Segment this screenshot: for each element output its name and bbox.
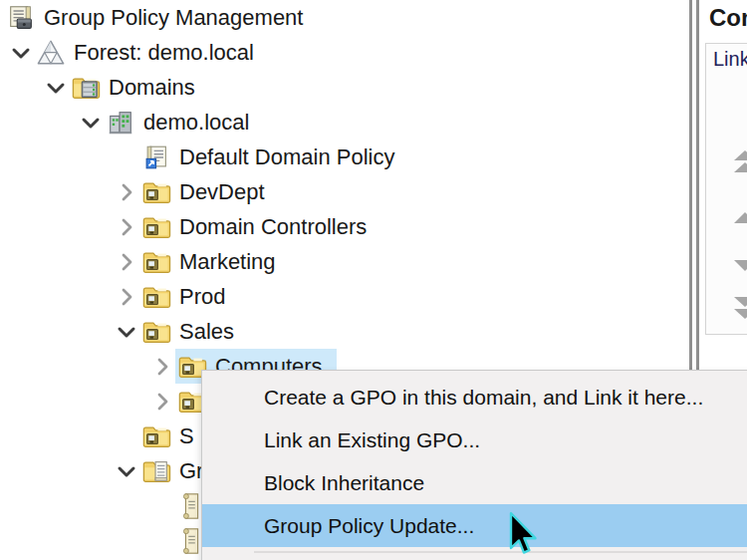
context-menu: Create a GPO in this domain, and Link it… — [201, 370, 747, 560]
chevron-down-icon[interactable] — [114, 453, 139, 488]
gpmc-window: Group Policy Management Forest: demo.loc… — [0, 0, 747, 560]
tree-item-label: Marketing — [171, 249, 276, 275]
chevron-down-icon[interactable] — [43, 70, 69, 105]
tree-item-label: demo.local — [135, 110, 249, 136]
tree-item-marketing[interactable]: Marketing — [0, 244, 689, 279]
tree-item-devdept[interactable]: DevDept — [0, 174, 689, 209]
move-to-top-button[interactable] — [733, 149, 747, 175]
tree-item-label: Default Domain Policy — [171, 144, 394, 170]
tree-item-default-domain-policy[interactable]: Default Domain Policy — [0, 140, 689, 174]
tab-linked-group-policy-objects[interactable]: Linked Group Policy Objects — [713, 48, 747, 71]
linked-gpo-tab-panel — [705, 43, 747, 335]
chevron-right-icon[interactable] — [114, 209, 139, 244]
move-to-bottom-button[interactable] — [733, 295, 747, 321]
chevron-down-icon[interactable] — [78, 105, 104, 140]
panel-title: Computers — [709, 4, 747, 32]
chevron-right-icon[interactable] — [149, 349, 175, 384]
chevron-placeholder — [149, 488, 175, 523]
ou-folder-icon — [141, 212, 171, 242]
chevron-down-icon[interactable] — [8, 35, 34, 70]
move-up-button[interactable] — [733, 210, 747, 225]
chevron-placeholder — [149, 523, 175, 558]
tree-item-demo-local[interactable]: demo.local — [0, 105, 689, 140]
tree-item-label: S — [171, 423, 194, 449]
tree-item-prod[interactable]: Prod — [0, 279, 689, 314]
chevron-placeholder — [114, 419, 139, 453]
chevron-down-icon[interactable] — [114, 314, 139, 349]
tree-item-label: Domain Controllers — [171, 214, 367, 240]
ou-folder-icon — [141, 177, 171, 207]
tree-item-group-policy-management[interactable]: Group Policy Management — [0, 0, 689, 35]
gpo-link-icon — [141, 142, 171, 172]
tree-item-label: Forest: demo.local — [66, 40, 254, 66]
chevron-right-icon[interactable] — [149, 384, 175, 419]
tree-item-forest[interactable]: Forest: demo.local — [0, 35, 689, 70]
menu-item-group-policy-update[interactable]: Group Policy Update... — [202, 504, 747, 547]
menu-item-block-inheritance[interactable]: Block Inheritance — [202, 461, 747, 504]
tree-item-label: Group Policy Management — [36, 5, 303, 31]
chevron-right-icon[interactable] — [114, 174, 139, 209]
ou-folder-icon — [141, 317, 171, 347]
tree-item-domains[interactable]: Domains — [0, 70, 689, 105]
chevron-placeholder — [114, 140, 139, 174]
chevron-right-icon[interactable] — [114, 244, 139, 279]
domains-folder-icon — [71, 73, 101, 103]
ou-folder-icon — [141, 282, 171, 312]
domain-icon — [106, 108, 135, 138]
ou-folder-icon — [141, 421, 171, 451]
move-down-button[interactable] — [733, 258, 747, 273]
gpo-container-icon — [141, 456, 171, 486]
tree-item-sales[interactable]: Sales — [0, 314, 689, 349]
mouse-cursor-icon — [508, 511, 540, 559]
menu-item-create-gpo-and-link[interactable]: Create a GPO in this domain, and Link it… — [202, 376, 747, 419]
tree-item-domain-controllers[interactable]: Domain Controllers — [0, 209, 689, 244]
tree-item-label: Domains — [101, 75, 195, 101]
tree-item-label: Sales — [171, 319, 234, 345]
tree-item-label: DevDept — [171, 179, 265, 205]
gpmc-console-icon — [6, 3, 36, 33]
menu-item-link-existing-gpo[interactable]: Link an Existing GPO... — [202, 419, 747, 461]
menu-separator — [254, 551, 747, 553]
forest-icon — [36, 38, 66, 68]
chevron-right-icon[interactable] — [114, 279, 139, 314]
ou-folder-icon — [141, 247, 171, 277]
tree-item-label: Prod — [171, 284, 225, 310]
